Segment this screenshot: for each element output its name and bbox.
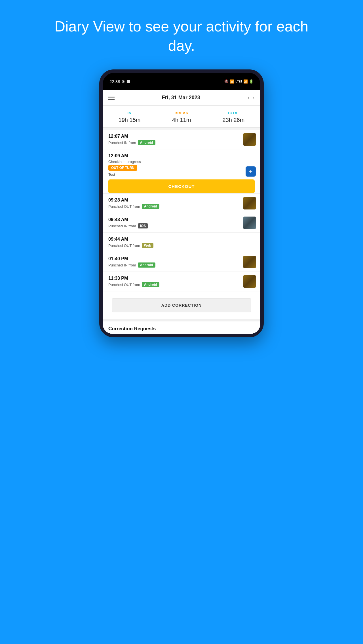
activity-desc-text: Punched IN from: [108, 141, 136, 145]
activity-desc: Punched IN from Android: [108, 262, 255, 268]
nav-arrows: ‹ ›: [248, 94, 255, 101]
lte-label: LTE1: [235, 80, 242, 83]
activity-desc-text: Punched OUT from: [108, 283, 140, 287]
activity-desc-text: Punched IN from: [108, 224, 136, 228]
activity-thumbnail[interactable]: [243, 275, 256, 288]
platform-badge-ios: iOS: [138, 223, 148, 228]
stat-break-label: BREAK: [172, 111, 191, 115]
correction-requests-header: Correction Requests: [103, 319, 260, 334]
activity-desc: Punched OUT from Web: [108, 243, 255, 248]
add-button[interactable]: +: [246, 166, 256, 177]
activity-thumbnail[interactable]: [243, 133, 256, 146]
activity-item: 12:09 AM Checkin in progress + OUT OF TU…: [103, 149, 260, 194]
platform-badge-android: Android: [142, 204, 159, 209]
prev-arrow[interactable]: ‹: [248, 94, 250, 101]
phone-frame: 22:38 G ⬜ 🔇 📶 LTE1 📶 🔋 Fri, 31 Mar 2023 …: [99, 69, 264, 337]
activity-thumbnail[interactable]: [243, 197, 256, 209]
activity-desc-text: Punched IN from: [108, 263, 136, 267]
activity-time: 01:40 PM: [108, 256, 255, 261]
activity-desc: Punched OUT from Android: [108, 204, 255, 209]
status-bar: 22:38 G ⬜ 🔇 📶 LTE1 📶 🔋: [103, 73, 260, 90]
add-correction-container: ADD CORRECTION: [103, 291, 260, 319]
activity-time: 09:43 AM: [108, 217, 255, 222]
activity-desc-text: Punched OUT from: [108, 243, 140, 248]
stat-total: TOTAL 23h 26m: [223, 111, 245, 123]
hero-title: Diary View to see your activity for each…: [54, 17, 309, 55]
wifi-icon: 📶: [230, 79, 234, 84]
platform-badge-android: Android: [142, 282, 159, 287]
correction-requests-title: Correction Requests: [108, 326, 156, 331]
activity-thumbnail[interactable]: [243, 217, 256, 229]
status-screenshot-icon: ⬜: [126, 80, 130, 83]
platform-badge-android: Android: [138, 262, 155, 268]
stats-row: IN 19h 15m BREAK 4h 11m TOTAL 23h 26m: [103, 106, 260, 128]
checkout-button[interactable]: CHECKOUT: [108, 179, 255, 193]
menu-button[interactable]: [108, 96, 115, 100]
stat-in: IN 19h 15m: [119, 111, 141, 123]
status-time: 22:38: [109, 79, 120, 84]
status-g-icon: G: [122, 79, 125, 84]
activity-time: 09:44 AM: [108, 237, 255, 242]
stat-total-value: 23h 26m: [223, 117, 245, 123]
platform-badge-android: Android: [138, 140, 155, 145]
platform-badge-web: Web: [142, 243, 153, 248]
activity-time: 09:28 AM: [108, 198, 255, 203]
signal-icon: 📶: [243, 79, 248, 84]
stat-break-value: 4h 11m: [172, 117, 191, 123]
activity-desc: Punched IN from iOS: [108, 223, 255, 228]
activity-item: 01:40 PM Punched IN from Android: [103, 252, 260, 272]
activity-desc: Punched IN from Android: [108, 140, 255, 145]
activity-item: 09:28 AM Punched OUT from Android: [103, 194, 260, 213]
add-correction-button[interactable]: ADD CORRECTION: [112, 298, 251, 312]
phone-screen: Fri, 31 Mar 2023 ‹ › IN 19h 15m BREAK 4h…: [103, 90, 260, 334]
stat-in-label: IN: [119, 111, 141, 115]
status-bar-left: 22:38 G ⬜: [109, 79, 130, 84]
header-date: Fri, 31 Mar 2023: [162, 95, 200, 101]
activity-desc: Checkin in progress: [108, 160, 255, 164]
out-of-turn-badge: OUT OF TURN: [108, 165, 137, 171]
activity-item: 09:44 AM Punched OUT from Web: [103, 233, 260, 252]
stat-in-value: 19h 15m: [119, 117, 141, 123]
next-arrow[interactable]: ›: [253, 94, 255, 101]
activity-note: Test: [108, 172, 255, 177]
activity-time: 12:09 AM: [108, 153, 255, 158]
activity-desc-text: Punched OUT from: [108, 204, 140, 209]
status-icons-right: 🔇 📶 LTE1 📶 🔋: [224, 79, 254, 84]
stat-total-label: TOTAL: [223, 111, 245, 115]
activity-item: 11:33 PM Punched OUT from Android: [103, 272, 260, 291]
activity-item: 09:43 AM Punched IN from iOS: [103, 213, 260, 233]
stat-break: BREAK 4h 11m: [172, 111, 191, 123]
app-header: Fri, 31 Mar 2023 ‹ ›: [103, 90, 260, 106]
activity-time: 11:33 PM: [108, 276, 255, 281]
battery-icon: 🔋: [249, 79, 254, 84]
mute-icon: 🔇: [224, 79, 229, 83]
activity-thumbnail[interactable]: [243, 256, 256, 268]
activity-item: 12:07 AM Punched IN from Android: [103, 130, 260, 149]
activity-time: 12:07 AM: [108, 134, 255, 139]
activity-list: 12:07 AM Punched IN from Android 12:09 A…: [103, 130, 260, 334]
activity-desc: Punched OUT from Android: [108, 282, 255, 287]
activity-desc-text: Checkin in progress: [108, 160, 141, 164]
